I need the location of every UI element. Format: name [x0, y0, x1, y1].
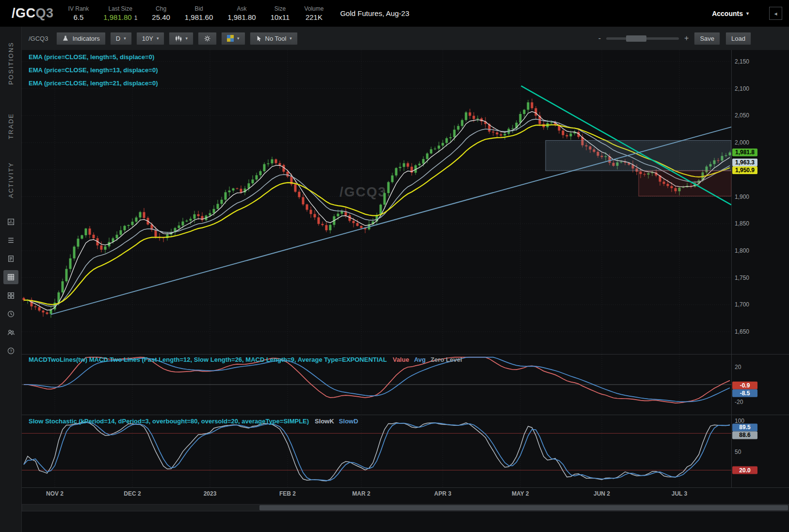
- svg-text:?: ?: [10, 349, 12, 354]
- chart-grid-icon[interactable]: [3, 270, 18, 284]
- candlestick-icon: [175, 35, 182, 42]
- ema5-study-label[interactable]: EMA (price=CLOSE, length=5, displace=0): [29, 53, 154, 61]
- bid-stat: Bid 1,981.60: [185, 5, 213, 21]
- report-icon[interactable]: [3, 215, 18, 229]
- svg-text:2023: 2023: [204, 490, 217, 497]
- macd-axis-bubble: -8.5: [732, 389, 757, 397]
- slowk-legend: SlowK: [315, 418, 334, 425]
- chart-symbol-label: /GCQ3: [29, 35, 48, 42]
- zoom-in-button[interactable]: +: [684, 34, 689, 43]
- svg-text:100: 100: [735, 418, 744, 424]
- accounts-label: Accounts: [712, 10, 743, 17]
- load-button[interactable]: Load: [725, 32, 751, 45]
- chg-value: 25.40: [152, 13, 170, 21]
- sidebar-tab-trade[interactable]: TRADE: [0, 99, 21, 153]
- symbol-suffix: Q3: [36, 6, 54, 20]
- volume-value: 221K: [306, 13, 322, 21]
- users-icon[interactable]: [3, 325, 18, 339]
- chevron-down-icon: ▾: [124, 36, 126, 41]
- svg-text:-8.5: -8.5: [740, 390, 750, 397]
- svg-text:1,650: 1,650: [735, 328, 749, 335]
- size-value: 10x11: [271, 13, 290, 21]
- svg-text:1,950.9: 1,950.9: [735, 167, 755, 174]
- collapse-panel-button[interactable]: ◂: [769, 7, 782, 20]
- stochastic-study-label[interactable]: Slow Stochastic (kPeriod=14, dPeriod=3, …: [29, 418, 358, 425]
- svg-text:DEC 2: DEC 2: [124, 490, 141, 497]
- last-size-value: 1: [134, 15, 138, 21]
- svg-text:2,150: 2,150: [735, 58, 749, 65]
- chart-toolbar: /GCQ3 Indicators D ▾ 10Y ▾ ▾: [22, 27, 789, 50]
- drawing-tool-dropdown[interactable]: No Tool ▾: [250, 32, 298, 45]
- zoom-out-button[interactable]: -: [598, 34, 601, 43]
- svg-text:1,800: 1,800: [735, 247, 749, 254]
- chart-scrollbar-thumb[interactable]: [259, 505, 788, 511]
- style-grid-icon: [227, 35, 234, 42]
- accounts-menu[interactable]: Accounts ▾: [712, 10, 749, 17]
- collapse-left-icon: ◂: [774, 10, 777, 17]
- sidebar-tab-positions[interactable]: POSITIONS: [0, 27, 21, 99]
- chart-settings-button[interactable]: [198, 32, 217, 45]
- watchlist-icon[interactable]: [3, 233, 18, 247]
- resistance-zone-box[interactable]: [546, 141, 731, 171]
- zoom-slider[interactable]: [606, 37, 679, 40]
- last-size-stat: Last Size 1,981.801: [103, 5, 137, 21]
- chart-area[interactable]: /GCQ32,1502,1002,0502,0001,9501,9001,850…: [22, 50, 789, 532]
- ema21-study-label[interactable]: EMA (price=CLOSE, length=21, displace=0): [29, 80, 158, 87]
- svg-text:-0.9: -0.9: [740, 382, 750, 389]
- chevron-down-icon: ▾: [290, 36, 292, 41]
- svg-text:FEB 2: FEB 2: [279, 490, 296, 497]
- iv-rank-value: 6.5: [73, 13, 83, 21]
- left-sidebar: POSITIONS TRADE ACTIVITY: [0, 27, 22, 532]
- indicators-button[interactable]: Indicators: [56, 32, 105, 45]
- volume-label: Volume: [304, 5, 323, 12]
- save-button[interactable]: Save: [694, 32, 720, 45]
- dashboard-icon[interactable]: [3, 289, 18, 303]
- bid-label: Bid: [194, 5, 203, 12]
- symbol-title: /GCQ3: [12, 6, 54, 21]
- ema13-study-label[interactable]: EMA (price=CLOSE, length=13, displace=0): [29, 66, 158, 74]
- history-icon[interactable]: [3, 307, 18, 321]
- macd-study-label[interactable]: MACDTwoLines(tw) MACD Two Lines (Fast Le…: [29, 356, 462, 363]
- timeframe-dropdown[interactable]: D ▾: [110, 32, 132, 45]
- chart-canvas[interactable]: /GCQ32,1502,1002,0502,0001,9501,9001,850…: [22, 50, 789, 532]
- volume-stat: Volume 221K: [304, 5, 323, 21]
- last-size-label: Last Size: [109, 5, 132, 12]
- chevron-down-icon: ▾: [746, 11, 749, 16]
- svg-text:20.0: 20.0: [739, 467, 751, 474]
- bid-value: 1,981.60: [185, 13, 213, 21]
- svg-text:1,850: 1,850: [735, 220, 749, 227]
- price-axis-bubble: 1,963.3: [732, 159, 757, 166]
- help-icon[interactable]: ?: [3, 344, 18, 358]
- size-stat: Size 10x11: [271, 5, 290, 21]
- svg-text:MAR 2: MAR 2: [352, 490, 370, 497]
- svg-text:APR 3: APR 3: [434, 490, 451, 497]
- range-dropdown[interactable]: 10Y ▾: [136, 32, 165, 45]
- chevron-down-icon: ▾: [237, 36, 240, 41]
- svg-text:JUL 3: JUL 3: [672, 490, 688, 497]
- iv-rank-stat: IV Rank 6.5: [68, 5, 89, 21]
- notes-icon[interactable]: [3, 252, 18, 266]
- slowd-legend: SlowD: [339, 418, 358, 425]
- chg-label: Chg: [156, 5, 166, 12]
- support-zone-box[interactable]: [639, 171, 731, 196]
- stoch-axis-bubble: 88.6: [732, 431, 757, 439]
- price-axis-bubble: 1,981.8: [732, 148, 757, 156]
- macd-value-legend: Value: [393, 356, 409, 363]
- chevron-down-icon: ▾: [157, 36, 159, 41]
- chart-type-dropdown[interactable]: ▾: [169, 32, 193, 45]
- macd-avg-legend: Avg: [414, 356, 426, 363]
- price-axis-bubble: 1,950.9: [732, 166, 757, 174]
- svg-text:2,100: 2,100: [735, 85, 749, 92]
- ask-value: 1,981.80: [227, 13, 256, 21]
- svg-text:1,981.8: 1,981.8: [735, 149, 755, 156]
- zoom-slider-thumb[interactable]: [626, 35, 646, 42]
- stoch-axis-bubble: 20.0: [732, 467, 757, 474]
- sidebar-tab-activity[interactable]: ACTIVITY: [0, 153, 21, 207]
- chart-style-dropdown[interactable]: ▾: [221, 32, 245, 45]
- svg-text:2,050: 2,050: [735, 112, 749, 119]
- size-label: Size: [274, 5, 286, 12]
- ask-label: Ask: [237, 5, 246, 12]
- quote-header: /GCQ3 IV Rank 6.5 Last Size 1,981.801 Ch…: [0, 0, 789, 27]
- svg-text:88.6: 88.6: [739, 432, 751, 438]
- svg-text:MAY 2: MAY 2: [512, 490, 529, 497]
